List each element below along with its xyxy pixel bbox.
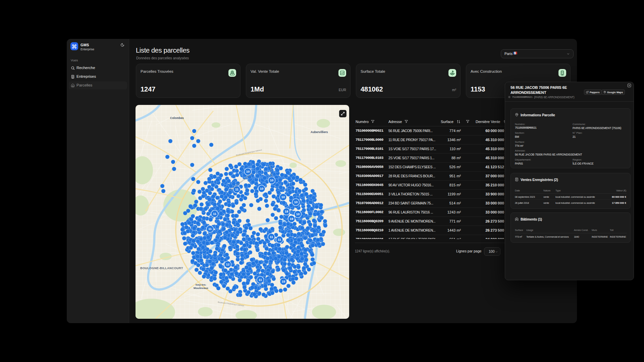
svg-text:19: 19 bbox=[290, 217, 293, 221]
svg-text:Issy-les-: Issy-les- bbox=[196, 283, 206, 286]
svg-text:15: 15 bbox=[282, 280, 285, 283]
svg-text:11: 11 bbox=[235, 187, 239, 191]
svg-text:11: 11 bbox=[213, 212, 217, 216]
svg-text:10: 10 bbox=[281, 195, 285, 199]
svg-text:11: 11 bbox=[208, 227, 212, 231]
svg-text:Moulineaux: Moulineaux bbox=[194, 287, 209, 290]
svg-text:11: 11 bbox=[259, 278, 262, 282]
svg-text:10: 10 bbox=[294, 200, 298, 204]
svg-text:11: 11 bbox=[278, 238, 281, 241]
svg-text:Aubervilliers: Aubervilliers bbox=[311, 130, 328, 134]
svg-text:10: 10 bbox=[246, 170, 250, 173]
svg-text:10: 10 bbox=[296, 212, 300, 216]
svg-text:10: 10 bbox=[260, 187, 264, 190]
svg-text:Colombes: Colombes bbox=[170, 116, 184, 120]
svg-text:11: 11 bbox=[270, 235, 273, 239]
svg-text:12: 12 bbox=[226, 262, 230, 266]
svg-text:10: 10 bbox=[270, 178, 274, 182]
svg-text:BOULOGNE-BILLANCOURT: BOULOGNE-BILLANCOURT bbox=[140, 266, 183, 270]
svg-text:18: 18 bbox=[285, 209, 288, 213]
